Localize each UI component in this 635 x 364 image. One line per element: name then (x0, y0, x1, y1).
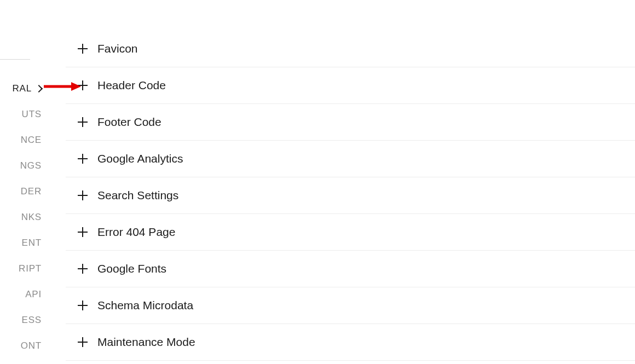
plus-icon (77, 43, 89, 55)
sidebar-item-font[interactable]: ONT (0, 333, 49, 359)
sidebar-item-label: API (25, 289, 42, 300)
sidebar-item-links[interactable]: NKS (0, 204, 49, 230)
sidebar-item-label: ENT (22, 238, 42, 249)
panel-header-code[interactable]: Header Code (66, 67, 635, 104)
sidebar-item-label: NGS (20, 160, 42, 171)
panel-error-404[interactable]: Error 404 Page (66, 214, 635, 251)
sidebar-item-api[interactable]: API (0, 281, 49, 307)
plus-icon (77, 153, 89, 165)
sidebar-item-access[interactable]: ESS (0, 307, 49, 333)
plus-icon (77, 189, 89, 201)
panel-google-fonts[interactable]: Google Fonts (66, 251, 635, 287)
panel-search-settings[interactable]: Search Settings (66, 177, 635, 214)
plus-icon (77, 263, 89, 275)
sidebar-item-label: NKS (21, 212, 42, 223)
sidebar-item-label: NCE (21, 135, 42, 146)
sidebar-item-general[interactable]: RAL (0, 76, 49, 101)
panel-google-analytics[interactable]: Google Analytics (66, 141, 635, 177)
plus-icon (77, 226, 89, 238)
panel-label: Footer Code (97, 115, 161, 129)
sidebar: RAL UTS NCE NGS DER NKS ENT RIPT API ESS… (0, 0, 49, 364)
main-panel-list: Favicon Header Code Footer Code Google A… (66, 0, 635, 364)
sidebar-item-label: RIPT (19, 263, 42, 274)
panel-label: Schema Microdata (97, 299, 193, 312)
sidebar-item-label: ESS (22, 315, 42, 326)
panel-label: Header Code (97, 79, 166, 92)
sidebar-item-label: DER (21, 186, 42, 197)
sidebar-item-settings[interactable]: NGS (0, 153, 49, 178)
panel-label: Error 404 Page (97, 226, 175, 239)
plus-icon (77, 79, 89, 91)
sidebar-item-layouts[interactable]: UTS (0, 101, 49, 127)
panel-label: Favicon (97, 42, 138, 55)
sidebar-item-appearance[interactable]: NCE (0, 127, 49, 153)
panel-label: Maintenance Mode (97, 336, 195, 349)
sidebar-item-script[interactable]: RIPT (0, 256, 49, 281)
panel-label: Google Fonts (97, 262, 166, 275)
panel-footer-code[interactable]: Footer Code (66, 104, 635, 141)
sidebar-item-content[interactable]: ENT (0, 230, 49, 256)
sidebar-item-label: RAL (13, 83, 32, 94)
panel-label: Search Settings (97, 189, 178, 202)
panel-label: Google Analytics (97, 152, 183, 165)
sidebar-item-label: UTS (22, 109, 42, 120)
sidebar-item-label: ONT (21, 340, 42, 351)
panel-schema-microdata[interactable]: Schema Microdata (66, 287, 635, 324)
panel-favicon[interactable]: Favicon (66, 31, 635, 67)
panel-maintenance-mode[interactable]: Maintenance Mode (66, 324, 635, 361)
plus-icon (77, 336, 89, 348)
plus-icon (77, 116, 89, 128)
plus-icon (77, 299, 89, 311)
chevron-right-icon (35, 84, 43, 92)
sidebar-item-header[interactable]: DER (0, 178, 49, 204)
sidebar-divider (0, 59, 30, 60)
